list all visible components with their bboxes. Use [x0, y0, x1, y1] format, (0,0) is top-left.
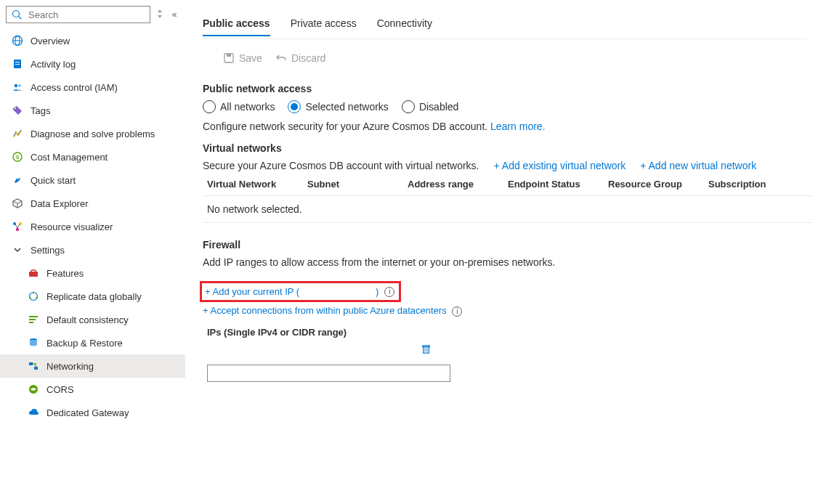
- pna-description: Configure network security for your Azur…: [203, 121, 806, 132]
- col-sub: Subscription: [708, 179, 809, 190]
- nav-cors[interactable]: CORS: [0, 378, 185, 401]
- nav-consistency[interactable]: Default consistency: [0, 308, 185, 331]
- log-icon: [12, 58, 23, 70]
- info-icon[interactable]: i: [384, 287, 394, 297]
- sidebar-search-input[interactable]: [27, 9, 145, 21]
- ip-range-input[interactable]: [207, 365, 450, 382]
- rocket-icon: [12, 174, 23, 186]
- radio-all-networks[interactable]: All networks: [203, 100, 275, 113]
- nav-label: Access control (IAM): [31, 82, 118, 93]
- nav-label: Settings: [31, 245, 65, 256]
- col-rg: Resource Group: [608, 179, 708, 190]
- svg-point-22: [33, 292, 34, 293]
- sidebar: « Overview Activity log Access control (…: [0, 0, 185, 504]
- nav-tags[interactable]: Tags: [0, 99, 185, 122]
- accept-azure-dc-link[interactable]: + Accept connections from within public …: [203, 305, 447, 316]
- sidebar-search[interactable]: [6, 6, 150, 23]
- tab-bar: Public access Private access Connectivit…: [203, 13, 806, 36]
- col-address: Address range: [408, 179, 508, 190]
- discard-label: Discard: [291, 52, 325, 64]
- add-new-vnet-link[interactable]: + Add new virtual network: [640, 160, 756, 171]
- nav-label: Data Explorer: [31, 198, 88, 209]
- nav-label: Quick start: [31, 175, 76, 186]
- radio-disabled[interactable]: Disabled: [402, 100, 458, 113]
- nav-label: CORS: [46, 384, 74, 395]
- firewall-desc: Add IP ranges to allow access from the i…: [203, 256, 806, 268]
- svg-rect-20: [31, 270, 36, 272]
- add-existing-vnet-link[interactable]: + Add existing virtual network: [494, 160, 626, 171]
- nav-label: Default consistency: [46, 314, 129, 325]
- svg-point-8: [15, 84, 17, 87]
- cube-icon: [12, 198, 23, 209]
- nav-diagnose[interactable]: Diagnose and solve problems: [0, 122, 185, 145]
- svg-rect-25: [29, 316, 38, 317]
- cloud-icon: [28, 407, 39, 418]
- svg-text:$: $: [16, 154, 20, 160]
- radio-label: Disabled: [419, 101, 458, 113]
- nav-quickstart[interactable]: Quick start: [0, 168, 185, 192]
- cors-icon: [28, 383, 39, 395]
- ips-column-header: IPs (Single IPv4 or CIDR range): [207, 327, 806, 338]
- chevron-down-icon: [12, 244, 23, 256]
- svg-rect-6: [15, 62, 20, 62]
- vnet-heading: Virtual networks: [203, 142, 806, 154]
- nav-label: Dedicated Gateway: [46, 407, 129, 418]
- nav-backup[interactable]: Backup & Restore: [0, 331, 185, 354]
- col-subnet: Subnet: [307, 179, 408, 190]
- sort-icon[interactable]: [155, 9, 165, 21]
- nav-settings-group[interactable]: Settings: [0, 238, 185, 261]
- divider: [203, 38, 806, 39]
- delete-ip-button[interactable]: [421, 344, 432, 357]
- radio-selected-networks[interactable]: Selected networks: [288, 100, 388, 113]
- radio-icon: [288, 100, 301, 113]
- nav-label: Backup & Restore: [46, 338, 123, 349]
- svg-point-23: [36, 297, 37, 298]
- nav-cost[interactable]: $ Cost Management: [0, 145, 185, 168]
- tab-public-access[interactable]: Public access: [203, 13, 270, 36]
- nav-features[interactable]: Features: [0, 261, 185, 285]
- nav-networking[interactable]: Networking: [0, 354, 185, 378]
- vnet-toolbar: Secure your Azure Cosmos DB account with…: [203, 160, 806, 171]
- learn-more-link[interactable]: Learn more.: [490, 121, 545, 132]
- svg-rect-35: [423, 345, 429, 346]
- collapse-icon[interactable]: «: [169, 9, 179, 20]
- pna-radio-group: All networks Selected networks Disabled: [203, 100, 806, 113]
- svg-point-10: [15, 107, 16, 109]
- nav-label: Networking: [46, 361, 94, 372]
- main-content: Public access Private access Connectivit…: [185, 0, 818, 504]
- nav-label: Diagnose and solve problems: [31, 129, 155, 139]
- info-icon[interactable]: i: [452, 306, 462, 317]
- svg-point-13: [17, 178, 19, 179]
- cost-icon: $: [12, 151, 23, 163]
- bars-icon: [28, 314, 39, 325]
- undo-icon: [275, 52, 287, 64]
- vnet-table: Virtual Network Subnet Address range End…: [203, 173, 813, 223]
- nav-label: Activity log: [31, 59, 76, 70]
- tag-icon: [12, 105, 23, 116]
- svg-rect-34: [424, 346, 429, 352]
- svg-rect-27: [29, 322, 33, 323]
- col-endpoint: Endpoint Status: [508, 179, 608, 190]
- nav-data-explorer[interactable]: Data Explorer: [0, 192, 185, 215]
- tab-private-access[interactable]: Private access: [291, 13, 357, 36]
- save-label: Save: [239, 52, 262, 64]
- nav-dedicated-gw[interactable]: Dedicated Gateway: [0, 401, 185, 424]
- empty-msg: No network selected.: [207, 203, 809, 215]
- diagnose-icon: [12, 128, 23, 139]
- radio-icon: [402, 100, 415, 113]
- discard-button[interactable]: Discard: [275, 52, 325, 64]
- col-vnet: Virtual Network: [207, 179, 307, 190]
- tab-connectivity[interactable]: Connectivity: [377, 13, 432, 36]
- nav-activity-log[interactable]: Activity log: [0, 52, 185, 76]
- nav-access-control[interactable]: Access control (IAM): [0, 76, 185, 99]
- add-current-ip-link[interactable]: + Add your current IP ( 000.000.000.000 …: [205, 286, 378, 297]
- radio-label: All networks: [220, 101, 275, 113]
- backup-icon: [28, 337, 39, 349]
- vnet-desc: Secure your Azure Cosmos DB account with…: [203, 160, 479, 171]
- save-button[interactable]: Save: [223, 52, 262, 64]
- nav-overview[interactable]: Overview: [0, 29, 185, 52]
- nav-replicate[interactable]: Replicate data globally: [0, 285, 185, 308]
- nav-resource-viz[interactable]: Resource visualizer: [0, 215, 185, 238]
- nav-label: Tags: [31, 105, 50, 116]
- pna-heading: Public network access: [203, 83, 806, 94]
